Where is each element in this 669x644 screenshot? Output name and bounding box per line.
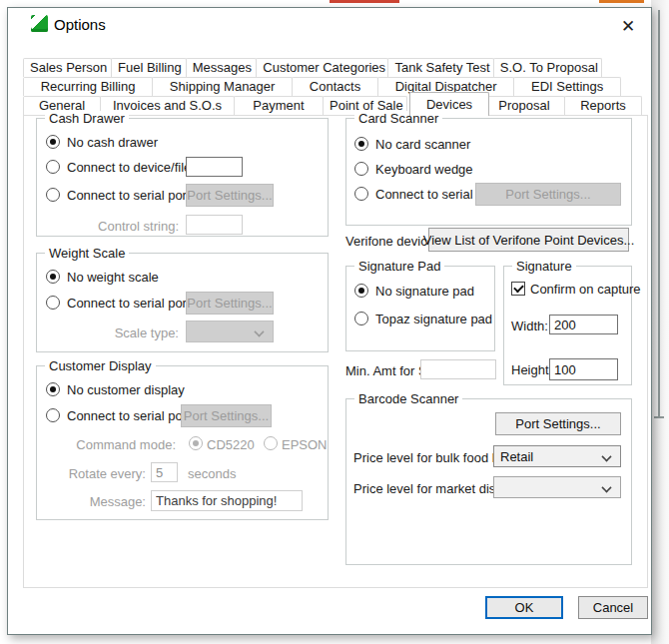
tab-edi-settings[interactable]: EDI Settings (513, 77, 621, 96)
tab-sales-person[interactable]: Sales Person (23, 58, 112, 77)
radio-epson[interactable] (264, 436, 278, 450)
cash-port-settings-button[interactable]: Port Settings... (186, 184, 274, 207)
radio-no-signature-pad[interactable] (354, 284, 368, 298)
radio-connect-serial-card[interactable] (354, 187, 368, 201)
control-string-label: Control string: (91, 219, 179, 234)
radio-label[interactable]: Connect to serial port: (67, 408, 194, 423)
radio-connect-serial-display[interactable] (46, 408, 60, 422)
control-string-input[interactable] (186, 215, 243, 235)
bulk-food-select[interactable]: Retail (493, 445, 621, 467)
background-artifact (330, 0, 399, 3)
radio-label[interactable]: No weight scale (67, 270, 159, 285)
radio-label[interactable]: EPSON (282, 437, 328, 452)
checkbox-label[interactable]: Confirm on capture (530, 282, 641, 297)
radio-connect-serial-cash[interactable] (46, 188, 60, 202)
tab-fuel-billing[interactable]: Fuel Billing (111, 58, 187, 77)
group-signature-pad: Signature Pad (345, 266, 495, 351)
background-scrollbar-tick (654, 416, 664, 418)
tab-messages[interactable]: Messages (186, 58, 258, 77)
radio-label[interactable]: Connect to serial port: (67, 188, 194, 203)
market-discount-select[interactable] (493, 476, 621, 498)
radio-cd5220[interactable] (189, 436, 203, 450)
radio-topaz-signature-pad[interactable] (354, 312, 368, 325)
min-amt-input[interactable] (420, 359, 496, 379)
message-label: Message: (66, 494, 146, 509)
background-window-edge (651, 0, 669, 644)
tab-devices-active[interactable]: Devices (409, 92, 489, 116)
radio-no-customer-display[interactable] (46, 382, 60, 396)
app-icon (31, 15, 48, 32)
group-title: Signature (512, 259, 576, 274)
radio-label[interactable]: Connect to device/file: (67, 160, 195, 175)
radio-label[interactable]: No customer display (67, 382, 185, 397)
title-bar: Options ✕ (8, 8, 651, 48)
radio-no-weight-scale[interactable] (46, 270, 60, 284)
chevron-down-icon (254, 326, 264, 336)
tab-tank-safety-test[interactable]: Tank Safety Test (387, 58, 493, 77)
chevron-down-icon (601, 482, 611, 492)
close-icon[interactable]: ✕ (615, 13, 641, 39)
scale-type-select[interactable] (186, 321, 274, 342)
radio-label[interactable]: Keyboard wedge (375, 162, 473, 177)
height-input[interactable] (549, 358, 618, 380)
radio-label[interactable]: CD5220 (207, 437, 255, 452)
tab-row-2: Recurring Billing Shipping Manager Conta… (23, 77, 621, 96)
radio-label[interactable]: Topaz signature pad (375, 312, 492, 326)
cancel-button[interactable]: Cancel (578, 596, 648, 619)
scale-port-settings-button[interactable]: Port Settings... (186, 292, 274, 315)
message-input[interactable] (151, 490, 303, 511)
rotate-every-label: Rotate every: (66, 466, 146, 481)
tab-customer-categories[interactable]: Customer Categories (256, 58, 388, 77)
tab-shipping-manager[interactable]: Shipping Manager (152, 77, 293, 96)
options-dialog: Options ✕ Sales Person Fuel Billing Mess… (7, 7, 652, 635)
radio-label[interactable]: No signature pad (375, 284, 474, 299)
radio-no-card-scanner[interactable] (354, 137, 368, 151)
device-file-input[interactable] (186, 157, 243, 177)
screen: Options ✕ Sales Person Fuel Billing Mess… (0, 0, 669, 644)
background-scrollbar (658, 10, 660, 416)
rotate-seconds-input[interactable] (151, 462, 178, 482)
ok-button[interactable]: OK (485, 596, 563, 619)
bulk-food-value: Retail (500, 449, 533, 464)
tab-recurring-billing[interactable]: Recurring Billing (23, 77, 153, 96)
barcode-port-settings-button[interactable]: Port Settings... (495, 412, 621, 435)
height-label: Height: (511, 362, 552, 377)
radio-label[interactable]: No card scanner (375, 137, 470, 152)
radio-label[interactable]: No cash drawer (67, 135, 158, 150)
radio-connect-serial-scale[interactable] (46, 296, 60, 310)
confirm-on-capture-checkbox[interactable] (511, 282, 525, 296)
radio-keyboard-wedge[interactable] (354, 162, 368, 176)
card-port-settings-button[interactable]: Port Settings... (475, 183, 621, 206)
display-port-settings-button[interactable]: Port Settings... (181, 404, 272, 427)
seconds-label: seconds (188, 466, 236, 481)
group-title: Customer Display (45, 358, 156, 373)
view-verifone-devices-button[interactable]: View List of Verifone Point Devices... (428, 228, 629, 252)
tab-reports[interactable]: Reports (564, 96, 642, 115)
tab-proposal[interactable]: Proposal (483, 96, 565, 115)
group-title: Cash Drawer (45, 111, 129, 126)
dialog-title: Options (54, 16, 106, 33)
radio-label[interactable]: Connect to serial port: (67, 296, 194, 311)
background-artifact (599, 0, 644, 3)
width-label: Width: (511, 319, 548, 333)
width-input[interactable] (549, 315, 618, 334)
group-title: Barcode Scanner (354, 391, 462, 406)
group-title: Weight Scale (45, 246, 129, 261)
command-mode-label: Command mode: (61, 437, 176, 452)
tab-contacts[interactable]: Contacts (292, 77, 378, 96)
chevron-down-icon (601, 451, 611, 461)
group-title: Signature Pad (354, 259, 444, 274)
scale-type-label: Scale type: (91, 325, 179, 340)
tab-row-1: Sales Person Fuel Billing Messages Custo… (23, 58, 602, 77)
tab-payment[interactable]: Payment (234, 96, 324, 115)
radio-connect-device-file[interactable] (46, 160, 60, 174)
radio-no-cash-drawer[interactable] (46, 135, 60, 149)
tab-so-to-proposal[interactable]: S.O. To Proposal (493, 58, 602, 77)
